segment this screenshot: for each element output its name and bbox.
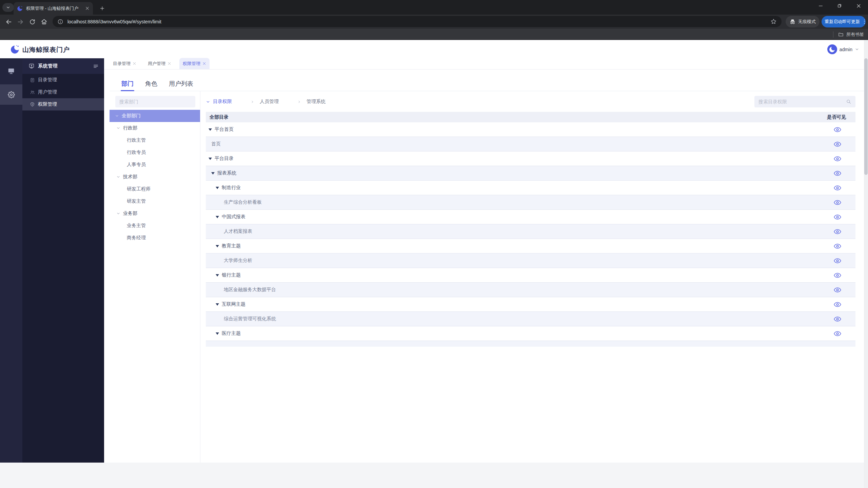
- site-info-icon[interactable]: [57, 19, 63, 25]
- forward-button[interactable]: [16, 18, 24, 26]
- tree-item[interactable]: 技术部: [110, 171, 200, 183]
- home-button[interactable]: [40, 18, 48, 26]
- visibility-eye-icon[interactable]: [820, 273, 855, 278]
- caret-down-icon[interactable]: [216, 216, 219, 218]
- department-search[interactable]: [115, 96, 195, 107]
- window-minimize-button[interactable]: [811, 0, 830, 12]
- tree-item[interactable]: 业务主管: [110, 220, 200, 232]
- subtab-user-list[interactable]: 用户列表: [169, 76, 193, 91]
- close-icon[interactable]: [167, 62, 171, 65]
- bookmark-star-icon[interactable]: [770, 18, 777, 25]
- visibility-eye-icon[interactable]: [820, 142, 855, 147]
- visibility-eye-icon[interactable]: [820, 185, 855, 190]
- browser-tab[interactable]: 权限管理 - 山海鲸报表门户: [14, 2, 93, 15]
- table-row[interactable]: 地区金融服务大数据平台: [206, 283, 855, 297]
- rail-monitor-button[interactable]: [0, 62, 22, 79]
- caret-down-icon[interactable]: [216, 245, 219, 247]
- caret-down-icon[interactable]: [216, 303, 219, 306]
- permission-search[interactable]: [754, 96, 855, 107]
- tree-item[interactable]: 研发主管: [110, 195, 200, 207]
- table-row[interactable]: 制造行业: [206, 181, 855, 195]
- visibility-eye-icon[interactable]: [820, 229, 855, 234]
- caret-down-icon[interactable]: [216, 187, 219, 189]
- visibility-eye-icon[interactable]: [820, 244, 855, 249]
- window-restore-button[interactable]: [830, 0, 849, 12]
- table-row[interactable]: 报表系统: [206, 166, 855, 181]
- caret-down-icon[interactable]: [209, 158, 212, 160]
- menu-dots-icon[interactable]: ⋮: [862, 19, 867, 25]
- reload-button[interactable]: [28, 18, 36, 26]
- caret-down-icon[interactable]: [209, 128, 212, 131]
- visibility-eye-icon[interactable]: [820, 200, 855, 205]
- tree-item[interactable]: 行政部: [110, 122, 200, 134]
- caret-down-icon[interactable]: [216, 332, 219, 335]
- window-close-button[interactable]: [849, 0, 868, 12]
- chevron-down-icon[interactable]: [116, 211, 120, 216]
- scrollbar-thumb[interactable]: [864, 58, 868, 175]
- tree-item[interactable]: 人事专员: [110, 159, 200, 171]
- caret-down-icon[interactable]: [211, 172, 215, 175]
- chevron-down-icon[interactable]: [116, 126, 120, 130]
- table-row[interactable]: 教育主题: [206, 239, 855, 253]
- permission-search-input[interactable]: [758, 99, 846, 104]
- tab-search-button[interactable]: [2, 3, 14, 12]
- close-icon[interactable]: [133, 62, 136, 65]
- tree-item[interactable]: 业务部: [110, 207, 200, 220]
- caret-down-icon[interactable]: [216, 274, 219, 277]
- tree-item[interactable]: 商务经理: [110, 232, 200, 244]
- tree-item[interactable]: 研发工程师: [110, 183, 200, 195]
- table-row[interactable]: 医疗主题: [206, 326, 855, 341]
- chevron-down-icon[interactable]: [115, 114, 119, 118]
- url-text[interactable]: localhost:8888/i3wnvv6w05qw/#/system/lim…: [67, 19, 766, 24]
- hamburger-menu-icon[interactable]: [93, 63, 99, 69]
- path-item[interactable]: 目录权限: [213, 99, 232, 105]
- table-row[interactable]: 平台目录: [206, 151, 855, 166]
- close-icon[interactable]: [202, 62, 206, 65]
- address-bar[interactable]: localhost:8888/i3wnvv6w05qw/#/system/lim…: [53, 16, 782, 27]
- subtab-department[interactable]: 部门: [121, 76, 134, 91]
- subtab-role[interactable]: 角色: [145, 76, 157, 91]
- table-row[interactable]: 人才档案报表: [206, 224, 855, 239]
- tab-users[interactable]: 用户管理: [144, 58, 175, 69]
- chevron-down-icon[interactable]: [116, 175, 120, 179]
- visibility-eye-icon[interactable]: [820, 171, 855, 176]
- rail-settings-button[interactable]: [0, 84, 22, 105]
- search-icon[interactable]: [846, 99, 851, 104]
- visibility-eye-icon[interactable]: [820, 317, 855, 322]
- sidebar-item-users[interactable]: 用户管理: [22, 86, 104, 98]
- table-row[interactable]: 互联网主题: [206, 297, 855, 312]
- chevron-down-icon[interactable]: [206, 100, 210, 104]
- scrollbar-track[interactable]: [864, 40, 868, 488]
- table-row[interactable]: 平台首页: [206, 122, 855, 137]
- department-search-input[interactable]: [119, 99, 191, 104]
- visibility-eye-icon[interactable]: [820, 331, 855, 336]
- new-tab-button[interactable]: [97, 3, 107, 13]
- browser-update-button[interactable]: 重新启动即可更新 ⋮: [822, 16, 866, 27]
- visibility-eye-icon[interactable]: [820, 258, 855, 263]
- path-item[interactable]: 人员管理: [260, 99, 279, 105]
- tree-item[interactable]: 行政专员: [110, 146, 200, 159]
- visibility-eye-icon[interactable]: [820, 156, 855, 161]
- avatar[interactable]: [827, 44, 837, 54]
- sidebar-item-permissions[interactable]: 权限管理: [22, 98, 104, 110]
- visibility-eye-icon[interactable]: [820, 287, 855, 292]
- back-button[interactable]: [4, 18, 13, 26]
- visibility-eye-icon[interactable]: [820, 302, 855, 307]
- tree-item[interactable]: 行政主管: [110, 134, 200, 146]
- tree-item[interactable]: 全部部门: [110, 110, 200, 122]
- user-menu[interactable]: admin: [827, 44, 859, 54]
- sidebar-item-catalog[interactable]: 目录管理: [22, 74, 104, 86]
- close-icon[interactable]: [85, 6, 90, 11]
- table-row[interactable]: 首页: [206, 137, 855, 151]
- table-row[interactable]: 综合运营管理可视化系统: [206, 312, 855, 326]
- visibility-eye-icon[interactable]: [820, 127, 855, 132]
- visibility-eye-icon[interactable]: [820, 215, 855, 220]
- tab-catalog[interactable]: 目录管理: [110, 58, 140, 69]
- path-item[interactable]: 管理系统: [307, 99, 326, 105]
- table-row[interactable]: 大学师生分析: [206, 253, 855, 268]
- all-bookmarks-label[interactable]: 所有书签: [846, 32, 864, 38]
- table-row[interactable]: 中国式报表: [206, 210, 855, 224]
- table-row[interactable]: 生产综合分析看板: [206, 195, 855, 210]
- tab-permissions[interactable]: 权限管理: [179, 58, 210, 69]
- table-row[interactable]: 银行主题: [206, 268, 855, 283]
